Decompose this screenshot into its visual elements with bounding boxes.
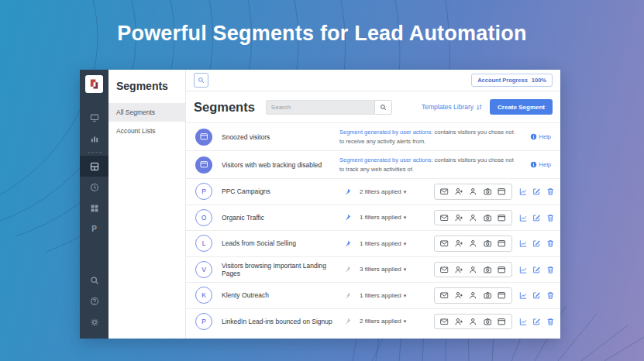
rail-screen-icon[interactable]: [80, 107, 108, 128]
email-icon[interactable]: [440, 266, 449, 274]
system-segment-row[interactable]: Snoozed visitors Segment generated by us…: [186, 122, 560, 150]
add-person-icon[interactable]: [455, 187, 463, 196]
add-person-icon[interactable]: [455, 239, 463, 248]
window-icon[interactable]: [498, 266, 506, 274]
rail-history-icon[interactable]: [80, 177, 108, 198]
pin-icon[interactable]: [339, 188, 355, 195]
person-icon[interactable]: [469, 214, 477, 222]
analytics-icon[interactable]: [519, 239, 528, 248]
account-progress-label: Account Progress: [477, 77, 528, 84]
pin-icon[interactable]: [339, 318, 355, 325]
email-icon[interactable]: [440, 291, 449, 300]
add-person-icon[interactable]: [455, 291, 463, 300]
segment-row[interactable]: P LinkedIn Lead-ins bounced on Signup 2 …: [186, 308, 560, 335]
person-icon[interactable]: [469, 291, 477, 300]
segment-search-submit-button[interactable]: [374, 100, 392, 115]
analytics-icon[interactable]: [519, 214, 528, 222]
blue-actions: [519, 187, 555, 196]
analytics-icon[interactable]: [519, 318, 528, 326]
email-icon[interactable]: [440, 239, 449, 248]
row-actions: [434, 236, 554, 252]
filters-dropdown[interactable]: 2 filters applied▾: [360, 318, 434, 325]
delete-icon[interactable]: [546, 239, 555, 248]
rail-reports-icon[interactable]: [80, 128, 108, 149]
segment-row[interactable]: O Organic Traffic 1 filters applied▾: [186, 205, 560, 231]
account-progress-badge[interactable]: Account Progress 100%: [471, 74, 553, 87]
filters-dropdown[interactable]: 1 filters applied▾: [360, 214, 434, 221]
camera-icon[interactable]: [484, 214, 492, 222]
edit-icon[interactable]: [532, 239, 541, 248]
action-group: [434, 236, 512, 252]
rail-settings-icon[interactable]: [80, 311, 108, 332]
edit-icon[interactable]: [532, 266, 541, 274]
camera-icon[interactable]: [484, 239, 492, 248]
email-icon[interactable]: [440, 214, 449, 222]
camera-icon[interactable]: [484, 318, 492, 326]
segment-name: Snoozed visitors: [222, 133, 339, 141]
add-person-icon[interactable]: [455, 214, 463, 222]
edit-icon[interactable]: [532, 187, 541, 196]
nav-panel-title: Segments: [108, 70, 185, 103]
filters-dropdown[interactable]: 1 filters applied▾: [360, 292, 434, 299]
segment-row[interactable]: V Visitors browsing Important Landing Pa…: [186, 256, 560, 283]
window-icon[interactable]: [498, 214, 506, 222]
nav-item-all-segments[interactable]: All Segments: [108, 103, 185, 122]
person-icon[interactable]: [469, 318, 477, 326]
delete-icon[interactable]: [546, 214, 555, 222]
rail-divider: [88, 152, 102, 153]
camera-icon[interactable]: [484, 266, 492, 274]
create-segment-button[interactable]: Create Segment: [490, 99, 553, 115]
pin-icon[interactable]: [339, 266, 355, 273]
rail-p-item[interactable]: P: [80, 218, 108, 239]
analytics-icon[interactable]: [519, 291, 528, 300]
edit-icon[interactable]: [532, 318, 541, 326]
help-link[interactable]: Help: [530, 161, 551, 168]
segment-row[interactable]: K Klenty Outreach 1 filters applied▾: [186, 282, 560, 308]
camera-icon[interactable]: [484, 291, 492, 300]
edit-icon[interactable]: [532, 291, 541, 300]
filters-dropdown[interactable]: 2 filters applied▾: [360, 188, 434, 195]
pin-icon[interactable]: [339, 292, 355, 299]
rail-help-icon[interactable]: [80, 291, 108, 311]
segment-row[interactable]: P PPC Campaigns 2 filters applied▾: [186, 178, 560, 205]
window-icon[interactable]: [498, 318, 506, 326]
help-link[interactable]: Help: [530, 133, 551, 140]
segment-row[interactable]: L Leads from Social Selling 1 filters ap…: [186, 230, 560, 256]
delete-icon[interactable]: [546, 187, 555, 196]
edit-icon[interactable]: [532, 214, 541, 222]
rail-segments-icon[interactable]: [80, 156, 108, 177]
rail-search-icon[interactable]: [80, 270, 108, 291]
camera-icon[interactable]: [484, 187, 492, 196]
add-person-icon[interactable]: [455, 266, 463, 274]
window-icon[interactable]: [498, 187, 506, 196]
system-segment-row[interactable]: Visitors with web tracking disabled Segm…: [186, 150, 560, 178]
global-search-button[interactable]: [194, 73, 208, 88]
segment-name: PPC Campaigns: [222, 187, 339, 195]
person-icon[interactable]: [469, 187, 477, 196]
pin-icon[interactable]: [339, 240, 355, 247]
add-person-icon[interactable]: [455, 318, 463, 326]
person-icon[interactable]: [469, 239, 477, 248]
filters-dropdown[interactable]: 3 filters applied▾: [360, 266, 434, 273]
caret-down-icon: ▾: [404, 318, 407, 324]
account-progress-value: 100%: [532, 77, 546, 84]
app-logo[interactable]: [85, 75, 103, 93]
delete-icon[interactable]: [546, 318, 555, 326]
pin-icon[interactable]: [339, 214, 355, 221]
filters-dropdown[interactable]: 1 filters applied▾: [360, 240, 434, 247]
action-group: [434, 314, 512, 330]
delete-icon[interactable]: [546, 291, 555, 300]
segment-search-input[interactable]: [266, 100, 374, 115]
delete-icon[interactable]: [546, 266, 555, 274]
email-icon[interactable]: [440, 318, 449, 326]
rail-apps-icon[interactable]: [80, 198, 108, 218]
analytics-icon[interactable]: [519, 187, 528, 196]
info-icon: [530, 133, 537, 140]
analytics-icon[interactable]: [519, 266, 528, 274]
person-icon[interactable]: [469, 266, 477, 274]
email-icon[interactable]: [440, 187, 449, 196]
templates-library-link[interactable]: Templates Library: [422, 103, 483, 111]
window-icon[interactable]: [498, 291, 506, 300]
window-icon[interactable]: [498, 239, 506, 248]
nav-item-account-lists[interactable]: Account Lists: [108, 122, 185, 140]
